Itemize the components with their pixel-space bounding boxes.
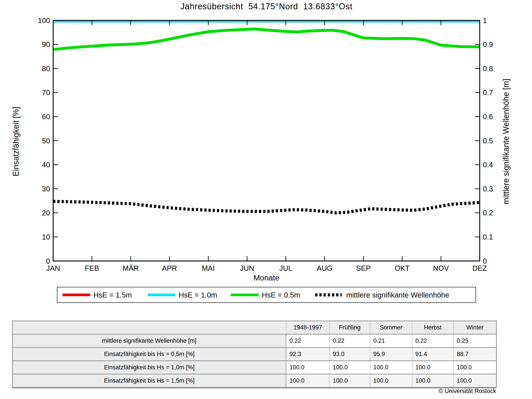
right-tick-label: 0.6 <box>483 113 493 121</box>
table-header-1948-1997: 1948-1997 <box>286 321 329 334</box>
table-header-empty <box>13 321 286 334</box>
legend-swatch-line <box>63 294 90 296</box>
table-cell: 100.0 <box>286 374 329 387</box>
legend-swatch-dotted <box>315 293 342 297</box>
legend-label: HsE = 0.5m <box>262 291 300 299</box>
right-tick-label: 0.1 <box>483 233 493 241</box>
left-tick-label: 60 <box>42 113 50 121</box>
table-header-Herbst: Herbst <box>412 321 454 334</box>
x-tick-label: AUG <box>317 264 333 272</box>
left-tick-label: 0 <box>46 257 50 265</box>
left-tick-label: 10 <box>42 233 50 241</box>
right-tick-label: 0.9 <box>483 40 493 49</box>
figure: Jahresübersicht 54.175°Nord 13.6833°Ost … <box>0 0 532 399</box>
right-tick-label: 0 <box>483 257 487 265</box>
table-cell: 100.0 <box>370 374 412 387</box>
right-tick-label: 0.4 <box>483 161 493 169</box>
right-tick-label: 0.3 <box>483 185 493 193</box>
left-tick-label: 90 <box>42 40 50 49</box>
x-tick-label: MÄR <box>123 264 139 272</box>
table-cell: 100.0 <box>454 361 497 374</box>
table-cell: 100.0 <box>329 374 370 387</box>
legend: HsE = 1.5mHsE = 1.0mHsE = 0.5mmittlere s… <box>57 287 476 303</box>
x-tick-label: FEB <box>85 264 99 272</box>
x-tick-label: JUL <box>279 264 292 272</box>
table-cell: 88.7 <box>454 348 497 361</box>
x-tick-label: SEP <box>356 264 371 272</box>
left-tick-label: 70 <box>42 89 50 97</box>
x-tick-label: JUN <box>240 264 254 272</box>
table-cell: 100.0 <box>329 361 370 374</box>
table-row-label: mittlere signifikante Wellenhöhe [m] <box>13 334 286 348</box>
x-tick-label: MAI <box>202 264 215 272</box>
left-tick-label: 30 <box>42 185 50 193</box>
table-cell: 100.0 <box>454 374 497 387</box>
left-tick-label: 40 <box>42 161 50 169</box>
season-table: 1948-1997FrühlingSommerHerbstWintermittl… <box>12 321 497 388</box>
copyright: © Universität Rostock <box>438 388 496 395</box>
series-dotted-wellenhoehe <box>53 201 480 213</box>
x-tick-label: DEZ <box>472 264 487 272</box>
y-axis-label-left: Einsatzfähigkeit [%] <box>11 75 21 208</box>
table-cell: 0.25 <box>454 334 497 348</box>
table-header-Sommer: Sommer <box>370 321 412 334</box>
table-cell: 100.0 <box>412 374 454 387</box>
legend-label: HsE = 1.5m <box>94 291 132 299</box>
right-tick-label: 0.7 <box>483 89 493 97</box>
x-tick-label: NOV <box>433 264 449 272</box>
table-row-label: Einsatzfähigkeit bis Hs = 1,0m [%] <box>13 361 286 374</box>
table-cell: 91.4 <box>412 348 454 361</box>
series-hse-2 <box>53 29 480 49</box>
table-cell: 100.0 <box>412 361 454 374</box>
left-tick-label: 100 <box>38 16 50 25</box>
legend-swatch-line <box>148 294 175 296</box>
left-tick-label: 50 <box>42 137 50 145</box>
table-cell: 93.0 <box>329 348 370 361</box>
table-row: Einsatzfähigkeit bis Hs = 1,5m [%]100.01… <box>13 374 497 387</box>
right-tick-label: 1 <box>483 16 487 25</box>
right-tick-label: 0.2 <box>483 209 493 217</box>
table-cell: 0.22 <box>412 334 454 348</box>
table-cell: 0.21 <box>370 334 412 348</box>
legend-swatch-line <box>231 294 259 296</box>
plot-area: 010203040506070809010000.10.20.30.40.50.… <box>0 0 532 286</box>
right-tick-label: 0.5 <box>483 137 493 145</box>
axes-border <box>53 20 480 261</box>
legend-label: mittlere signifikante Wellenhöhe <box>346 291 449 299</box>
table-row: Einsatzfähigkeit bis Hs = 0,5m [%]92.393… <box>13 348 497 361</box>
table-header-Winter: Winter <box>454 321 497 334</box>
table-cell: 100.0 <box>370 361 412 374</box>
x-tick-label: JAN <box>46 264 60 272</box>
table-cell: 0.22 <box>286 334 329 348</box>
table-cell: 100.0 <box>286 361 329 374</box>
table-row-label: Einsatzfähigkeit bis Hs = 1,5m [%] <box>13 374 286 387</box>
table-row: mittlere signifikante Wellenhöhe [m]0.22… <box>13 334 497 348</box>
table-header-row: 1948-1997FrühlingSommerHerbstWinter <box>13 321 497 334</box>
table-header-Frühling: Frühling <box>329 321 370 334</box>
right-tick-label: 0.8 <box>483 64 493 73</box>
table-cell: 92.3 <box>286 348 329 361</box>
x-axis-label: Monate <box>53 273 480 282</box>
y-axis-label-right: mittlere signifikante Wellenhöhe [m] <box>501 75 511 208</box>
table-cell: 0.22 <box>329 334 370 348</box>
x-tick-label: OKT <box>395 264 410 272</box>
table-row: Einsatzfähigkeit bis Hs = 1,0m [%]100.01… <box>13 361 497 374</box>
table-row-label: Einsatzfähigkeit bis Hs = 0,5m [%] <box>13 348 286 361</box>
left-tick-label: 20 <box>42 209 50 217</box>
x-tick-label: APR <box>162 264 177 272</box>
left-tick-label: 80 <box>42 64 50 73</box>
legend-label: HsE = 1.0m <box>179 291 217 299</box>
table-cell: 95.9 <box>370 348 412 361</box>
